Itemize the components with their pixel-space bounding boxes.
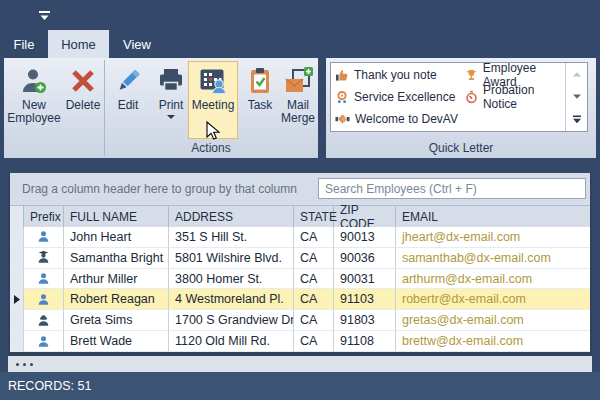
selected-row-arrow-icon [14,295,20,304]
gallery-scroll-down-button[interactable] [566,86,587,109]
delete-label: Delete [66,99,101,112]
print-button[interactable]: Print [150,61,192,139]
employees-grid: Drag a column header here to group by th… [8,173,592,356]
delete-button[interactable]: Delete [62,61,104,139]
quick-letter-item-label: Thank you note [354,68,437,82]
address-cell: 4 Westmoreland Pl. [169,289,294,310]
address-cell: 5801 Wilshire Blvd. [169,248,294,269]
thumbs-up-icon [335,68,349,82]
clipboard-check-icon [245,66,275,96]
employees-app-window: File Home View New Employee Delete [0,0,600,400]
meeting-label: Meeting [192,99,235,112]
quick-letter-welcome-to-devav[interactable]: Welcome to DevAV [331,108,461,130]
zip-cell: 90036 [334,248,396,269]
quick-letter-thank-you-note[interactable]: Thank you note [331,64,461,86]
printer-icon [156,66,186,96]
quick-letter-group-label: Quick Letter [326,141,596,155]
medal-icon [335,90,349,104]
person-male-icon [37,335,50,348]
full-name-cell: Arthur Miller [64,269,169,290]
row-indicator-cell [10,331,24,352]
state-cell: CA [294,269,334,290]
title-bar [0,0,600,30]
tab-home[interactable]: Home [48,30,109,58]
full-name-cell: Samantha Bright [64,248,169,269]
column-header-address[interactable]: ADDRESS [169,206,294,227]
person-female-icon [37,314,50,327]
mail-merge-button[interactable]: Mail Merge [278,61,318,139]
column-header-email[interactable]: EMAIL [396,206,590,227]
address-cell: 1120 Old Mill Rd. [169,331,294,352]
task-label: Task [248,99,273,112]
person-male-icon [37,230,50,243]
column-header-full-name[interactable]: FULL NAME [64,206,169,227]
person-male-icon [37,293,50,306]
email-cell: samanthab@dx-email.com [396,248,590,269]
mail-plus-icon [283,66,313,96]
full-name-cell: Greta Sims [64,310,169,331]
quick-letter-gallery: Thank you note Service Excellence [330,62,588,132]
group-by-panel[interactable]: Drag a column header here to group by th… [10,173,590,205]
row-indicator-cell [10,269,24,290]
address-cell: 3800 Homer St. [169,269,294,290]
handshake-icon [335,112,350,126]
row-indicator-cell [10,289,24,310]
quick-letter-item-label: Service Excellence [354,90,455,104]
email-cell: arthurm@dx-email.com [396,269,590,290]
ribbon-tab-row: File Home View [0,30,600,58]
tab-view[interactable]: View [109,30,165,58]
email-cell: gretas@dx-email.com [396,310,590,331]
actions-group-label: Actions [104,141,318,155]
status-bar: RECORDS: 51 [0,372,600,400]
address-cell: 1700 S Grandview Dr. [169,310,294,331]
new-employee-button[interactable]: New Employee [6,61,62,139]
edit-button[interactable]: Edit [106,61,150,139]
table-row[interactable]: John Heart 351 S Hill St. CA 90013 jhear… [10,227,590,248]
table-row-selected[interactable]: Robert Reagan 4 Westmoreland Pl. CA 9110… [10,289,590,310]
delete-x-icon [69,67,97,95]
gallery-scroll-up-button[interactable] [566,63,587,86]
stopwatch-icon [465,90,478,104]
quick-letter-item-label: Welcome to DevAV [355,112,458,126]
records-count: RECORDS: 51 [8,379,91,393]
row-indicator-cell [10,227,24,248]
state-cell: CA [294,310,334,331]
task-button[interactable]: Task [242,61,278,139]
full-name-cell: Robert Reagan [64,289,169,310]
state-cell: CA [294,227,334,248]
row-indicator-cell [10,248,24,269]
quick-letter-service-excellence[interactable]: Service Excellence [331,86,461,108]
person-doctor-icon [37,251,50,264]
table-row[interactable]: Greta Sims 1700 S Grandview Dr. CA 91803… [10,310,590,331]
ellipsis-dot [30,363,33,366]
person-male-icon [37,272,50,285]
quick-letter-probation-notice[interactable]: Probation Notice [461,86,565,108]
gallery-dropdown-icon [572,115,582,124]
ellipsis-dot [23,363,26,366]
column-header-prefix[interactable]: Prefix [24,206,64,227]
table-row[interactable]: Samantha Bright 5801 Wilshire Blvd. CA 9… [10,248,590,269]
pencil-icon [113,66,143,96]
person-add-icon [19,66,49,96]
state-cell: CA [294,289,334,310]
search-input[interactable] [318,178,586,199]
zip-cell: 90031 [334,269,396,290]
zip-cell: 90013 [334,227,396,248]
table-row[interactable]: Arthur Miller 3800 Homer St. CA 90031 ar… [10,269,590,290]
edit-label: Edit [118,99,139,112]
ribbon-group-quick-letter: Thank you note Service Excellence [326,58,596,158]
meeting-button[interactable]: Meeting [188,61,238,139]
email-cell: jheart@dx-email.com [396,227,590,248]
quick-access-toolbar-dropdown-icon[interactable] [38,9,54,23]
column-header-state[interactable]: STATE [294,206,334,227]
tab-file[interactable]: File [0,30,48,58]
full-name-cell: Brett Wade [64,331,169,352]
row-indicator-cell [10,310,24,331]
print-dropdown-icon[interactable] [167,115,175,119]
row-indicator-header [10,206,24,227]
gallery-dropdown-button[interactable] [566,108,587,131]
zip-cell: 91103 [334,289,396,310]
table-row[interactable]: Brett Wade 1120 Old Mill Rd. CA 91108 br… [10,331,590,352]
column-header-zip-code[interactable]: ZIP CODE [334,206,396,227]
grid-header-row: Prefix FULL NAME ADDRESS STATE ZIP CODE … [10,205,590,227]
